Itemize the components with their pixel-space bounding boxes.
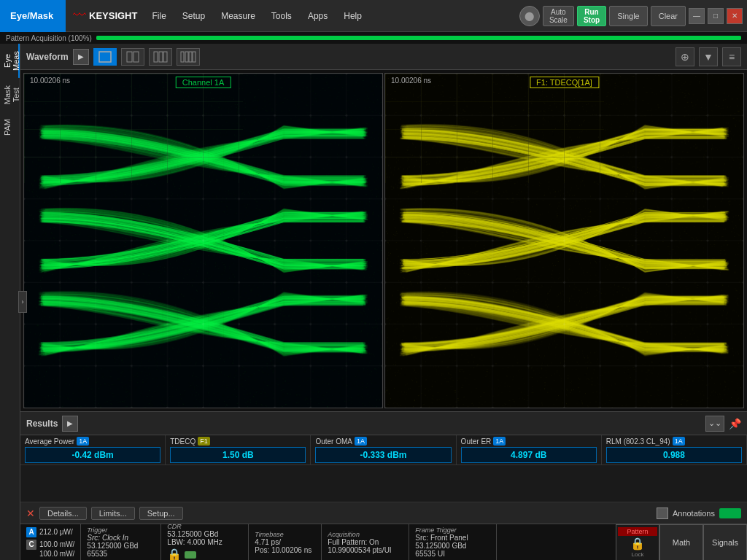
acquisition-pts: 10.99000534 pts/UI	[328, 546, 403, 554]
crosshair-button[interactable]: ⊕	[676, 47, 694, 66]
svg-rect-5	[163, 52, 167, 62]
auto-scale-button[interactable]: AutoScale	[543, 6, 574, 26]
svg-rect-2	[133, 52, 139, 62]
waveform-label: Waveform	[26, 52, 69, 62]
meas-value-average-power: -0.42 dBm	[25, 447, 160, 463]
frame-trigger-src: Src: Front Panel	[415, 534, 490, 542]
svg-rect-9	[193, 52, 196, 62]
status-trigger-section: Trigger Src: Clock In 53.125000 GBd 6553…	[81, 524, 161, 560]
sidebar-arrow[interactable]: ›	[18, 291, 27, 313]
meas-value-tdecq: 1.50 dB	[170, 447, 306, 463]
timebase-pos: Pos: 10.00206 ns	[255, 546, 315, 554]
results-play-button[interactable]: ▶	[62, 416, 78, 432]
sidebar-tab-mask-test[interactable]: MaskTest	[0, 78, 20, 112]
meas-name-rlm: RLM (802.3 CL_94)	[606, 438, 670, 446]
scope-right-channel: F1: TDECQ[1A]	[530, 77, 599, 88]
details-button[interactable]: Details...	[39, 507, 87, 520]
waveform-toolbar: Waveform ▶	[20, 44, 747, 70]
menu-tools[interactable]: Tools	[264, 8, 299, 24]
cdr-label: CDR	[167, 523, 242, 530]
svg-rect-6	[181, 52, 184, 62]
meas-cell-outer-er[interactable]: Outer ER 1A 4.897 dB	[457, 435, 602, 464]
results-pin-button[interactable]: 📌	[729, 418, 741, 429]
clear-button[interactable]: Clear	[651, 6, 686, 26]
signals-label: Signals	[712, 538, 738, 547]
menu-file[interactable]: File	[144, 8, 173, 24]
scope-area: 10.00206 ns Channel 1A 10.00206 ns F1: T…	[20, 70, 747, 411]
meas-tag-outer-oma: 1A	[355, 437, 367, 446]
status-channel-section: A 212.0 μW/ C 100.0 mW/ 100.0 mW/	[20, 524, 81, 560]
meas-cell-average-power[interactable]: Average Power 1A -0.42 dBm	[20, 435, 166, 464]
trigger-id: 65535	[87, 550, 155, 558]
signals-button[interactable]: Signals	[703, 524, 747, 561]
maximize-button[interactable]: □	[708, 8, 724, 24]
setup-button[interactable]: Setup...	[139, 507, 183, 520]
scope-display-right[interactable]: 10.00206 ns F1: TDECQ[1A]	[384, 73, 744, 408]
math-button[interactable]: Math	[659, 524, 703, 561]
progress-fill	[96, 36, 741, 40]
view-1up-button[interactable]	[93, 48, 117, 66]
results-collapse-button[interactable]: ⌄⌄	[705, 416, 724, 432]
meas-value-outer-er: 4.897 dB	[461, 447, 597, 463]
scope-right-time: 10.00206 ns	[391, 77, 431, 85]
menu-help[interactable]: Help	[336, 8, 369, 24]
limits-button[interactable]: Limits...	[91, 507, 135, 520]
dropdown-button[interactable]: ▼	[699, 47, 718, 66]
acquisition-label: Acquisition	[328, 531, 403, 538]
meas-cell-rlm[interactable]: RLM (802.3 CL_94) 1A 0.988	[602, 435, 747, 464]
scope-right-canvas	[385, 74, 743, 408]
waveform-play-button[interactable]: ▶	[73, 49, 89, 65]
svg-rect-7	[185, 52, 188, 62]
view-2up-button[interactable]	[121, 48, 144, 66]
minimize-button[interactable]: —	[689, 8, 705, 24]
timebase-label: Timebase	[255, 531, 315, 538]
meas-cell-tdecq[interactable]: TDECQ F1 1.50 dB	[166, 435, 311, 464]
annotations-indicator	[719, 508, 741, 518]
svg-rect-8	[189, 52, 192, 62]
run-stop-button[interactable]: RunStop	[577, 6, 606, 26]
channel-a-indicator: A	[26, 527, 36, 537]
math-label: Math	[673, 538, 690, 547]
menu-apps[interactable]: Apps	[301, 8, 335, 24]
lock-area: Pattern 🔒 Lock	[616, 524, 659, 561]
meas-cell-outer-oma[interactable]: Outer OMA 1A -0.333 dBm	[311, 435, 456, 464]
scope-display-left[interactable]: 10.00206 ns Channel 1A	[23, 73, 383, 408]
status-cdr-section: CDR 53.125000 GBd LBW: 4.000 MHz 🔒	[161, 524, 249, 560]
svg-rect-1	[127, 52, 132, 62]
meas-tag-rlm: 1A	[673, 437, 685, 446]
meas-name-outer-oma: Outer OMA	[315, 438, 352, 446]
svg-rect-0	[99, 52, 111, 62]
frame-trigger-gbaud: 53.125000 GBd	[415, 542, 490, 550]
annotations-checkbox[interactable]	[657, 508, 668, 519]
menu-measure[interactable]: Measure	[214, 8, 263, 24]
action-x-icon[interactable]: ✕	[26, 508, 35, 519]
menu-setup[interactable]: Setup	[175, 8, 212, 24]
acquisition-pattern: Full Pattern: On	[328, 538, 403, 546]
cdr-gbaud: 53.125000 GBd	[167, 530, 242, 538]
meas-tag-average-power: 1A	[77, 437, 89, 446]
menu-dots-button[interactable]: ≡	[722, 47, 741, 66]
keysight-text: KEYSIGHT	[89, 10, 137, 21]
close-button[interactable]: ✕	[727, 8, 743, 24]
progress-track	[96, 36, 741, 40]
channel-c2-value: 100.0 mW/	[39, 550, 74, 558]
details-label: Details...	[47, 509, 79, 518]
keysight-logo: 〰 KEYSIGHT	[66, 8, 144, 23]
eye-mask-button[interactable]: Eye/Mask	[0, 0, 66, 32]
pattern-label: Pattern	[618, 527, 657, 536]
channel-c-value: 100.0 mW/	[39, 540, 74, 548]
clear-label: Clear	[659, 12, 678, 20]
single-button[interactable]: Single	[609, 6, 648, 26]
meas-value-outer-oma: -0.333 dBm	[315, 447, 451, 463]
sidebar-tab-eye-meas[interactable]: EyeMeas	[0, 44, 20, 78]
action-bar: ✕ Details... Limits... Setup... Annotati…	[20, 502, 747, 524]
progress-bar-area: Pattern Acquisition (100%)	[0, 32, 747, 44]
view-4up-button[interactable]	[177, 48, 200, 66]
record-button[interactable]: ⬤	[519, 6, 540, 26]
sidebar-tab-pam[interactable]: PAM	[0, 112, 20, 143]
results-empty-area	[20, 465, 747, 502]
view-3up-button[interactable]	[149, 48, 172, 66]
status-bar: A 212.0 μW/ C 100.0 mW/ 100.0 mW/ Trigge…	[20, 524, 747, 560]
scope-left-time: 10.00206 ns	[30, 77, 70, 85]
eye-mask-label: Eye/Mask	[10, 10, 53, 21]
